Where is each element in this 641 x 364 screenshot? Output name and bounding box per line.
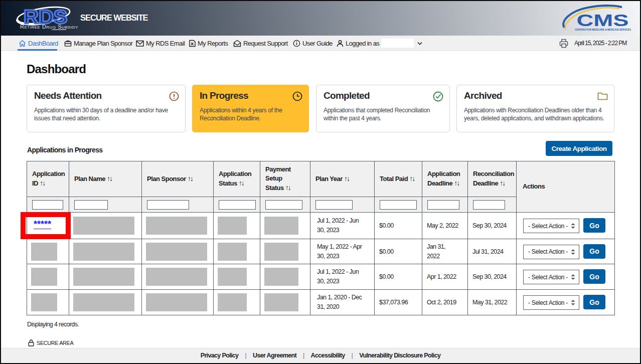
svg-text:CENTERS FOR MEDICARE & MEDICAI: CENTERS FOR MEDICARE & MEDICAID SERVICES	[575, 28, 631, 31]
svg-text:Retiree Drug Subsidy: Retiree Drug Subsidy	[20, 24, 78, 30]
svg-text:CMS: CMS	[577, 11, 629, 30]
